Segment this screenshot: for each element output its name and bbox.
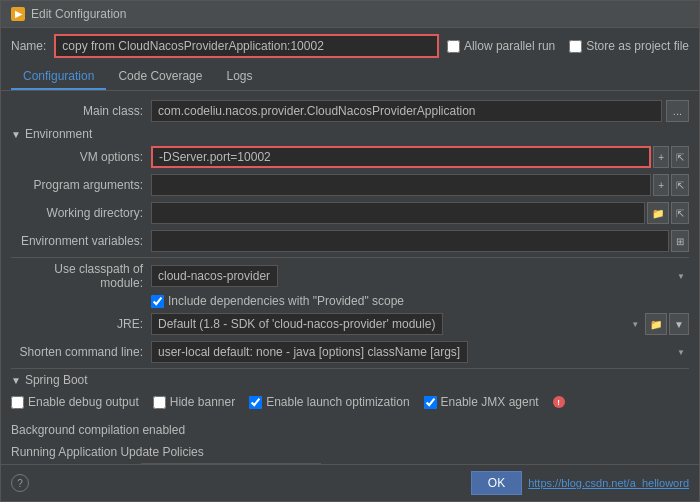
jre-folder-btn[interactable]: 📁 (645, 313, 667, 335)
debug-output-checkbox[interactable] (11, 396, 24, 409)
environment-arrow: ▼ (11, 129, 21, 140)
jre-select[interactable]: Default (1.8 - SDK of 'cloud-nacos-provi… (151, 313, 443, 335)
program-args-label: Program arguments: (11, 178, 151, 192)
bg-compilation-label: Background compilation enabled (11, 423, 185, 437)
dialog-title: Edit Configuration (31, 7, 126, 21)
launch-opt-checkbox[interactable] (249, 396, 262, 409)
main-class-input[interactable] (151, 100, 662, 122)
vm-options-add-btn[interactable]: + (653, 146, 669, 168)
tab-logs[interactable]: Logs (214, 64, 264, 90)
working-dir-label: Working directory: (11, 206, 151, 220)
update-policies-section: Running Application Update Policies On '… (11, 445, 689, 464)
title-bar: ▶ Edit Configuration (1, 1, 699, 28)
working-dir-expand-btn[interactable]: ⇱ (671, 202, 689, 224)
main-class-row: Main class: ... (11, 99, 689, 123)
spring-boot-arrow: ▼ (11, 375, 21, 386)
section-divider-2 (11, 368, 689, 369)
program-args-input[interactable] (151, 174, 651, 196)
working-dir-folder-btn[interactable]: 📁 (647, 202, 669, 224)
vm-options-label: VM options: (11, 150, 151, 164)
vm-options-expand-btn[interactable]: ⇱ (671, 146, 689, 168)
program-args-expand-btn[interactable]: ⇱ (671, 174, 689, 196)
working-dir-input-wrap: 📁 ⇱ (151, 202, 689, 224)
working-dir-input[interactable] (151, 202, 645, 224)
classpath-select[interactable]: cloud-nacos-provider (151, 265, 278, 287)
spring-boot-label: Spring Boot (25, 373, 88, 387)
classpath-row: Use classpath of module: cloud-nacos-pro… (11, 262, 689, 290)
shorten-cmd-label: Shorten command line: (11, 345, 151, 359)
hide-banner-check[interactable]: Hide banner (153, 395, 235, 409)
hide-banner-checkbox[interactable] (153, 396, 166, 409)
vm-options-input-wrap: + ⇱ (151, 146, 689, 168)
environment-label: Environment (25, 127, 92, 141)
name-label: Name: (11, 39, 46, 53)
jmx-agent-check[interactable]: Enable JMX agent (424, 395, 539, 409)
jre-select-wrap: Default (1.8 - SDK of 'cloud-nacos-provi… (151, 313, 643, 335)
program-args-add-btn[interactable]: + (653, 174, 669, 196)
launch-opt-check[interactable]: Enable launch optimization (249, 395, 409, 409)
spring-boot-section: ▼ Spring Boot Enable debug output Hide b… (11, 373, 689, 464)
bottom-buttons: OK https://blog.csdn.net/a_helloword (471, 471, 689, 495)
jre-label: JRE: (11, 317, 151, 331)
update-policies-label: Running Application Update Policies (11, 445, 689, 459)
bottom-bar: ? OK https://blog.csdn.net/a_helloword (1, 464, 699, 501)
tab-code-coverage[interactable]: Code Coverage (106, 64, 214, 90)
ok-button[interactable]: OK (471, 471, 522, 495)
configuration-content: Main class: ... ▼ Environment VM options… (1, 91, 699, 464)
spring-boot-header[interactable]: ▼ Spring Boot (11, 373, 689, 387)
top-checkboxes: Allow parallel run Store as project file (447, 39, 689, 53)
shorten-cmd-row: Shorten command line: user-local default… (11, 340, 689, 364)
env-vars-label: Environment variables: (11, 234, 151, 248)
tabs: Configuration Code Coverage Logs (1, 64, 699, 91)
name-input[interactable] (54, 34, 439, 58)
store-project-label[interactable]: Store as project file (569, 39, 689, 53)
program-args-row: Program arguments: + ⇱ (11, 173, 689, 197)
on-update-select[interactable]: Do nothingUpdate resourcesUpdate classes… (141, 463, 321, 464)
section-divider-1 (11, 257, 689, 258)
include-deps-row: Include dependencies with "Provided" sco… (151, 294, 689, 308)
env-vars-input[interactable] (151, 230, 669, 252)
allow-parallel-checkbox[interactable] (447, 40, 460, 53)
store-project-checkbox[interactable] (569, 40, 582, 53)
main-class-input-wrap: ... (151, 100, 689, 122)
shorten-cmd-select-wrap: user-local default: none - java [options… (151, 341, 689, 363)
jre-input-wrap: Default (1.8 - SDK of 'cloud-nacos-provi… (151, 313, 689, 335)
program-args-input-wrap: + ⇱ (151, 174, 689, 196)
jmx-agent-checkbox[interactable] (424, 396, 437, 409)
classpath-label: Use classpath of module: (11, 262, 151, 290)
debug-output-check[interactable]: Enable debug output (11, 395, 139, 409)
include-deps-label[interactable]: Include dependencies with "Provided" sco… (151, 294, 404, 308)
include-deps-checkbox[interactable] (151, 295, 164, 308)
vm-options-row: VM options: + ⇱ (11, 145, 689, 169)
env-vars-input-wrap: ⊞ (151, 230, 689, 252)
tab-configuration[interactable]: Configuration (11, 64, 106, 90)
name-row: Name: Allow parallel run Store as projec… (1, 28, 699, 64)
env-vars-browse-btn[interactable]: ⊞ (671, 230, 689, 252)
spring-checks-row: Enable debug output Hide banner Enable l… (11, 391, 689, 441)
working-dir-row: Working directory: 📁 ⇱ (11, 201, 689, 225)
jre-row: JRE: Default (1.8 - SDK of 'cloud-nacos-… (11, 312, 689, 336)
error-indicator: ! (553, 396, 565, 408)
classpath-select-wrap: cloud-nacos-provider (151, 265, 689, 287)
shorten-cmd-select[interactable]: user-local default: none - java [options… (151, 341, 468, 363)
blog-link[interactable]: https://blog.csdn.net/a_helloword (528, 477, 689, 489)
environment-section-header[interactable]: ▼ Environment (11, 127, 689, 141)
on-update-select-wrap: Do nothingUpdate resourcesUpdate classes… (141, 463, 321, 464)
main-class-label: Main class: (11, 104, 151, 118)
main-class-browse-btn[interactable]: ... (666, 100, 689, 122)
help-icon[interactable]: ? (11, 474, 29, 492)
env-vars-row: Environment variables: ⊞ (11, 229, 689, 253)
jre-dropdown-btn[interactable]: ▼ (669, 313, 689, 335)
app-icon: ▶ (11, 7, 25, 21)
allow-parallel-label[interactable]: Allow parallel run (447, 39, 555, 53)
vm-options-input[interactable] (151, 146, 651, 168)
